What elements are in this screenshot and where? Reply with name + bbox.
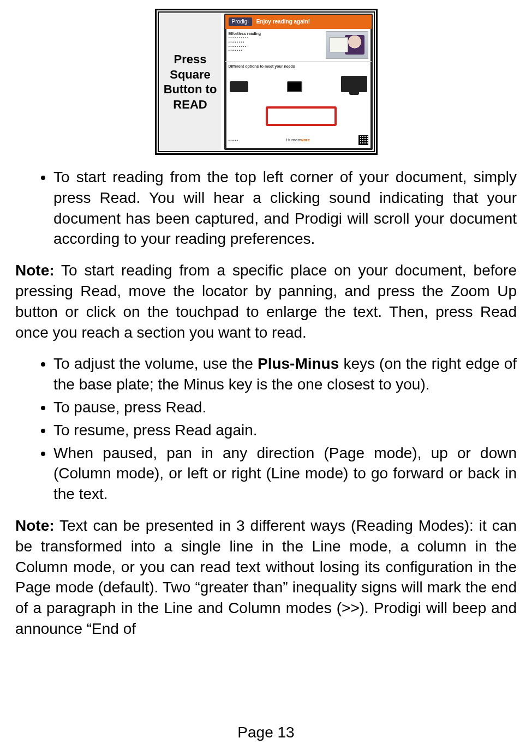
brochure-footer-text: ▪ ▪ ▪ ▪ ▪ bbox=[229, 138, 238, 142]
figure-container: Press Square Button to READ Prodigi Enjo… bbox=[15, 9, 517, 155]
list-item: When paused, pan in any direction (Page … bbox=[53, 443, 517, 505]
figure-caption: Press Square Button to READ bbox=[160, 14, 221, 150]
bullet-list-1: To start reading from the top left corne… bbox=[15, 167, 517, 249]
bullet-list-2: To adjust the volume, use the Plus-Minus… bbox=[15, 353, 517, 505]
list-item: To adjust the volume, use the Plus-Minus… bbox=[53, 353, 517, 395]
read-button-highlight bbox=[266, 106, 337, 126]
page-number: Page 13 bbox=[0, 722, 532, 743]
text-fragment: To adjust the volume, use the bbox=[53, 355, 258, 372]
brochure-devices bbox=[229, 70, 368, 92]
note-label: Note: bbox=[15, 262, 55, 279]
brochure-subheading: Different options to meet your needs bbox=[229, 64, 368, 69]
list-item: To resume, press Read again. bbox=[53, 420, 517, 441]
brochure-brand: Humanware bbox=[286, 137, 310, 143]
note-text: Text can be presented in 3 different way… bbox=[15, 517, 517, 637]
brochure-logo: Prodigi bbox=[229, 17, 252, 26]
brochure-hero: Effortless reading ▪ ▪ ▪ ▪ ▪ ▪ ▪ ▪ ▪ ▪ ▪… bbox=[225, 29, 372, 62]
brochure-image: Prodigi Enjoy reading again! Effortless … bbox=[224, 14, 373, 150]
brand-suffix: ware bbox=[300, 137, 310, 142]
note-text: To start reading from a specific place o… bbox=[15, 262, 517, 340]
device-monitor-icon bbox=[341, 76, 367, 92]
brand-prefix: Human bbox=[286, 137, 300, 142]
note-paragraph-1: Note: To start reading from a specific p… bbox=[15, 260, 517, 343]
brochure-headline: Effortless reading bbox=[229, 31, 322, 36]
list-item: To start reading from the top left corne… bbox=[53, 167, 517, 249]
text-bold: Plus-Minus bbox=[258, 355, 339, 372]
brochure-photo bbox=[326, 31, 368, 59]
brochure-footer: ▪ ▪ ▪ ▪ ▪ Humanware bbox=[225, 131, 372, 149]
qr-code-icon bbox=[358, 135, 368, 145]
note-paragraph-2: Note: Text can be presented in 3 differe… bbox=[15, 515, 517, 639]
device-stand-icon bbox=[230, 81, 248, 92]
device-tablet-icon bbox=[287, 81, 302, 92]
figure: Press Square Button to READ Prodigi Enjo… bbox=[155, 9, 378, 155]
brochure-tagline: Enjoy reading again! bbox=[256, 18, 310, 26]
note-label: Note: bbox=[15, 517, 55, 534]
brochure-header: Prodigi Enjoy reading again! bbox=[225, 15, 372, 29]
list-item: To pause, press Read. bbox=[53, 397, 517, 418]
brochure-hero-text: Effortless reading ▪ ▪ ▪ ▪ ▪ ▪ ▪ ▪ ▪ ▪ ▪… bbox=[229, 31, 322, 59]
